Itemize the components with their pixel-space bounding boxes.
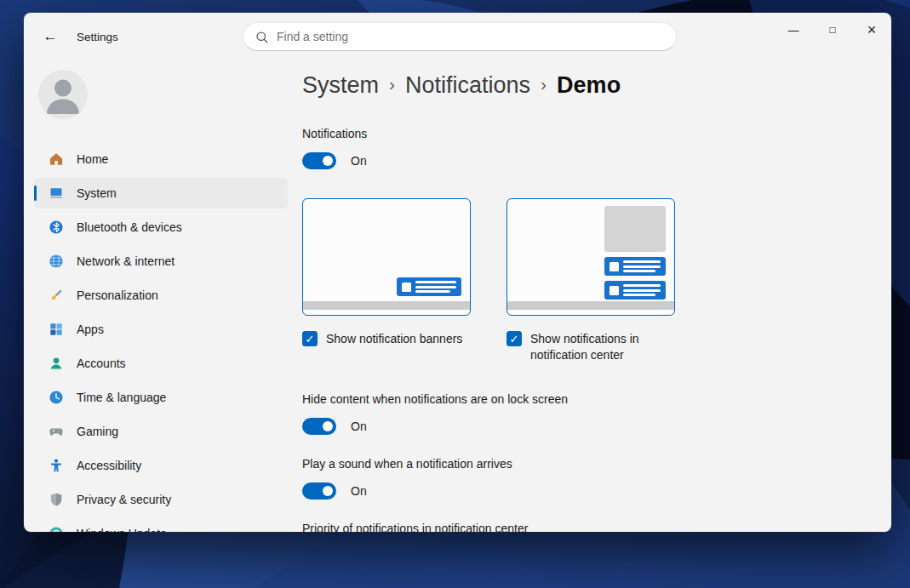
sidebar-item-label: Network & internet	[77, 254, 175, 268]
sidebar-item-label: Personalization	[77, 288, 158, 302]
checkbox-checked-icon[interactable]: ✓	[302, 331, 318, 346]
sound-toggle-state: On	[351, 484, 367, 498]
person-icon	[38, 70, 88, 119]
sidebar-item-accounts[interactable]: Accounts	[34, 348, 288, 379]
close-button[interactable]: ×	[852, 13, 891, 47]
gaming-icon	[49, 424, 64, 439]
back-icon: ←	[43, 28, 58, 44]
bluetooth-icon	[49, 220, 64, 235]
breadcrumb-item-current: Demo	[557, 72, 621, 99]
close-icon: ×	[867, 21, 877, 39]
sidebar-item-accessibility[interactable]: Accessibility	[34, 450, 288, 481]
notifications-toggle-state: On	[351, 154, 367, 168]
sidebar-item-network-internet[interactable]: Network & internet	[34, 246, 288, 277]
sidebar-item-time-language[interactable]: Time & language	[34, 382, 288, 413]
banner-graphic	[604, 257, 666, 276]
toggle-knob	[323, 156, 333, 166]
sidebar-item-bluetooth-devices[interactable]: Bluetooth & devices	[34, 212, 288, 243]
banners-option: ✓ Show notification banners	[302, 198, 471, 363]
checkmark-icon: ✓	[306, 334, 315, 345]
breadcrumb-item-system[interactable]: System	[302, 72, 379, 99]
lock-screen-toggle[interactable]	[302, 418, 336, 435]
search-icon	[255, 30, 269, 43]
banners-preview-card	[302, 198, 471, 316]
sidebar-item-label: Apps	[77, 323, 104, 336]
banner-text-lines	[623, 260, 661, 272]
desktop: ← Settings — □ ×	[0, 0, 910, 588]
sidebar-item-label: Windows Update	[77, 527, 167, 532]
avatar	[38, 70, 88, 119]
sidebar-item-label: Gaming	[77, 425, 118, 438]
sidebar-item-windows-update[interactable]: Windows Update	[34, 518, 288, 532]
time-language-icon	[49, 390, 64, 405]
banner-app-icon	[610, 286, 619, 295]
notifications-label: Notifications	[302, 127, 857, 140]
lock-screen-toggle-state: On	[351, 420, 367, 433]
banner-graphic	[604, 281, 666, 300]
back-button[interactable]: ←	[36, 24, 65, 49]
breadcrumb: System › Notifications › Demo	[302, 69, 857, 101]
sidebar-item-gaming[interactable]: Gaming	[34, 416, 288, 447]
notification-center-checkbox-row[interactable]: ✓ Show notifications in notification cen…	[507, 331, 675, 363]
banners-checkbox-row[interactable]: ✓ Show notification banners	[302, 331, 471, 347]
sidebar-item-label: Accessibility	[77, 459, 141, 472]
search-box[interactable]	[243, 22, 677, 51]
windows-update-icon	[49, 526, 64, 532]
toggle-knob	[323, 486, 333, 496]
main-content: System › Notifications › Demo Notificati…	[298, 60, 891, 532]
sound-label: Play a sound when a notification arrives	[302, 457, 857, 471]
minimize-button[interactable]: —	[774, 13, 813, 47]
notification-center-panel-graphic	[604, 206, 666, 252]
notification-preview-cards: ✓ Show notification banners	[302, 198, 857, 363]
window-controls: — □ ×	[774, 13, 891, 47]
accessibility-icon	[49, 458, 64, 473]
sidebar-item-system[interactable]: System	[34, 178, 288, 208]
sidebar-item-label: Accounts	[77, 357, 126, 370]
taskbar-graphic	[507, 301, 674, 310]
network-icon	[49, 254, 64, 269]
system-icon	[49, 186, 64, 201]
checkmark-icon: ✓	[510, 334, 519, 345]
checkbox-checked-icon[interactable]: ✓	[507, 331, 522, 346]
maximize-button[interactable]: □	[813, 13, 852, 47]
sidebar: Home System Bluetooth & devices	[24, 60, 298, 532]
sidebar-nav: Home System Bluetooth & devices	[24, 144, 298, 532]
banner-text-lines	[415, 281, 456, 293]
lock-screen-toggle-row: On	[302, 418, 857, 435]
lock-screen-label: Hide content when notifications are on l…	[302, 392, 857, 406]
banners-checkbox-label: Show notification banners	[326, 331, 462, 347]
selection-indicator	[34, 186, 37, 201]
titlebar[interactable]: ← Settings — □ ×	[24, 13, 891, 60]
minimize-icon: —	[788, 24, 799, 37]
sidebar-item-apps[interactable]: Apps	[34, 314, 288, 345]
accounts-icon	[49, 356, 64, 371]
chevron-right-icon: ›	[530, 74, 557, 94]
home-icon	[49, 151, 64, 167]
breadcrumb-item-notifications[interactable]: Notifications	[405, 72, 530, 99]
sidebar-item-label: System	[77, 186, 117, 200]
banner-app-icon	[402, 283, 411, 292]
banner-graphic	[397, 277, 461, 296]
sidebar-item-privacy-security[interactable]: Privacy & security	[34, 484, 288, 515]
sidebar-item-label: Bluetooth & devices	[77, 220, 182, 234]
sidebar-item-label: Time & language	[77, 391, 166, 404]
sidebar-item-label: Privacy & security	[77, 493, 171, 506]
sidebar-item-personalization[interactable]: Personalization	[34, 280, 288, 311]
settings-window: ← Settings — □ ×	[24, 13, 891, 532]
apps-icon	[49, 322, 64, 337]
privacy-icon	[49, 492, 64, 507]
notifications-toggle[interactable]	[302, 152, 336, 169]
sound-toggle-row: On	[302, 482, 857, 500]
sound-toggle[interactable]	[302, 482, 336, 500]
banner-app-icon	[610, 262, 619, 271]
chevron-right-icon: ›	[379, 74, 405, 94]
maximize-icon: □	[829, 24, 835, 36]
app-title: Settings	[77, 31, 118, 43]
search-input[interactable]	[277, 30, 664, 43]
notification-center-checkbox-label: Show notifications in notification cente…	[530, 331, 660, 363]
sidebar-item-home[interactable]: Home	[34, 144, 288, 174]
sidebar-item-label: Home	[77, 152, 108, 166]
priority-label: Priority of notifications in notificatio…	[302, 522, 857, 532]
notifications-toggle-row: On	[302, 152, 857, 169]
personalization-icon	[49, 288, 64, 303]
